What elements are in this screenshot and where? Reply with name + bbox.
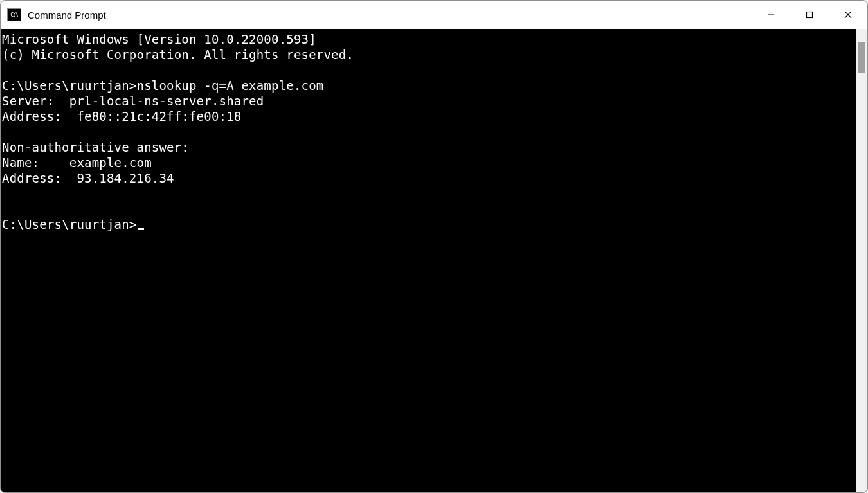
- minimize-button[interactable]: [752, 1, 790, 29]
- close-button[interactable]: [829, 1, 867, 29]
- terminal-container: Microsoft Windows [Version 10.0.22000.59…: [1, 29, 867, 492]
- maximize-button[interactable]: [790, 1, 829, 29]
- titlebar[interactable]: C:\ Command Prompt: [1, 1, 867, 29]
- cursor: [138, 228, 144, 230]
- scroll-thumb[interactable]: [858, 42, 865, 73]
- svg-rect-1: [807, 12, 813, 18]
- terminal-output[interactable]: Microsoft Windows [Version 10.0.22000.59…: [1, 29, 856, 492]
- command-prompt-window: C:\ Command Prompt Microsoft Windows [Ve…: [0, 0, 868, 493]
- cmd-icon: C:\: [7, 8, 21, 21]
- window-title: Command Prompt: [28, 10, 752, 21]
- window-controls: [752, 1, 867, 29]
- scrollbar[interactable]: [856, 29, 867, 492]
